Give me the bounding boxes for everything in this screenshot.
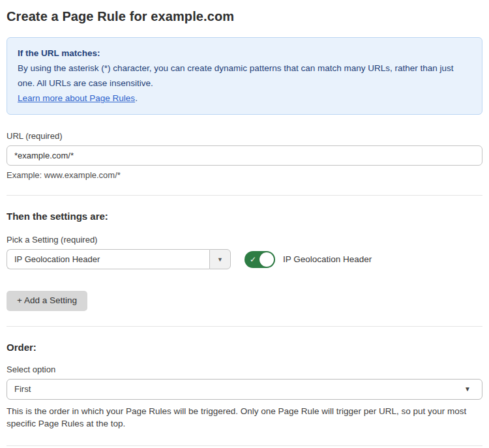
setting-picker-label: Pick a Setting (required) — [7, 235, 482, 245]
settings-section-heading: Then the settings are: — [7, 211, 482, 222]
learn-more-link[interactable]: Learn more about Page Rules — [18, 93, 135, 103]
setting-dropdown-button[interactable]: ▼ — [209, 249, 231, 269]
url-field-label: URL (required) — [7, 131, 482, 141]
divider — [7, 195, 482, 196]
toggle-label: IP Geolocation Header — [283, 254, 372, 264]
url-input[interactable] — [7, 145, 482, 166]
order-section-heading: Order: — [7, 342, 482, 353]
url-example-helper: Example: www.example.com/* — [7, 170, 482, 180]
order-select-value: First — [14, 384, 31, 394]
order-select-label: Select option — [7, 365, 482, 374]
toggle-knob — [259, 252, 274, 267]
order-helper-text: This is the order in which your Page Rul… — [7, 405, 479, 430]
setting-dropdown-value[interactable]: IP Geolocation Header — [7, 249, 209, 269]
info-box-body: By using the asterisk (*) character, you… — [18, 61, 471, 91]
chevron-down-icon: ▼ — [217, 256, 223, 263]
link-suffix: . — [135, 93, 138, 103]
info-box-heading: If the URL matches: — [18, 46, 471, 61]
setting-dropdown[interactable]: IP Geolocation Header ▼ — [7, 249, 231, 269]
page-title: Create a Page Rule for example.com — [7, 9, 482, 24]
divider — [7, 326, 482, 327]
info-box-link-line: Learn more about Page Rules. — [18, 91, 471, 106]
check-icon: ✓ — [250, 256, 256, 263]
order-select[interactable]: First ▼ — [7, 379, 482, 400]
add-setting-wrap: + Add a Setting — [7, 291, 482, 311]
setting-row: IP Geolocation Header ▼ ✓ IP Geolocation… — [7, 249, 482, 269]
ip-geolocation-toggle[interactable]: ✓ — [244, 251, 275, 268]
url-match-info-box: If the URL matches: By using the asteris… — [7, 37, 482, 115]
add-setting-button[interactable]: + Add a Setting — [7, 291, 87, 311]
chevron-down-icon: ▼ — [464, 385, 471, 393]
divider — [7, 445, 482, 446]
